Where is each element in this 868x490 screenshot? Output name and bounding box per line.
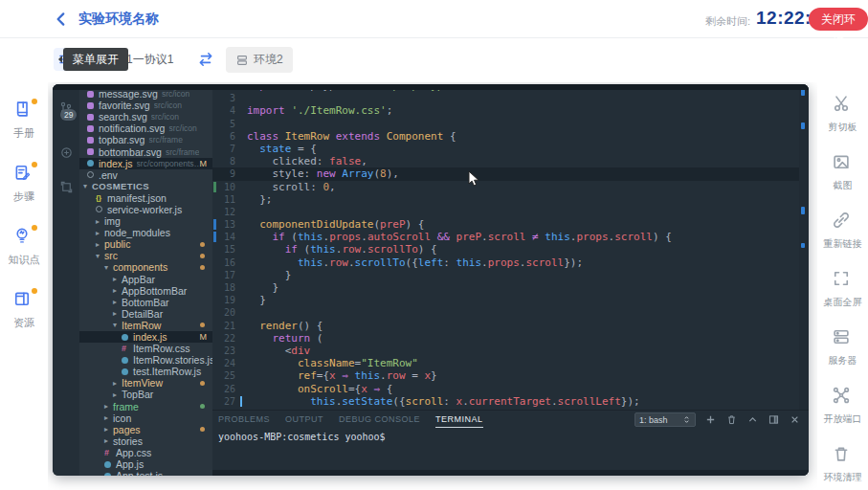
- sidebar-item-手册[interactable]: 手册: [12, 100, 35, 141]
- panel-tab-output[interactable]: OUTPUT: [285, 412, 323, 428]
- code-line-13[interactable]: 13 componentDidUpdate(preP) {: [212, 218, 799, 231]
- tree-item-node_modules[interactable]: ▸node_modules: [79, 227, 212, 238]
- custom-view-icon[interactable]: [53, 172, 79, 201]
- tree-item-BottomBar[interactable]: ▸BottomBar: [79, 297, 212, 308]
- sidebar-item-重新链接[interactable]: 重新链接: [824, 211, 862, 251]
- code-line-8[interactable]: 8 clicked: false,: [212, 155, 799, 167]
- svg-file-icon: [87, 125, 99, 132]
- sidebar-item-截图[interactable]: 截图: [832, 152, 855, 192]
- code-line-3[interactable]: 3: [212, 92, 799, 104]
- panel-tab-problems[interactable]: PROBLEMS: [218, 412, 270, 428]
- chevron-right-icon: ▸: [104, 402, 113, 411]
- tree-item-components[interactable]: ▾components: [79, 261, 212, 273]
- tree-item-search.svg[interactable]: search.svgsrc/icon: [79, 111, 212, 122]
- tree-item-ItemRow.stories.js[interactable]: ItemRow.stories.js: [79, 354, 212, 366]
- tree-item-DetailBar[interactable]: ▸DetailBar: [79, 308, 212, 320]
- tree-item-service-worker.js[interactable]: service-worker.js: [79, 204, 212, 215]
- tree-item-src[interactable]: ▾src: [79, 250, 212, 261]
- tab-environment-2[interactable]: 环境2: [226, 47, 293, 73]
- tree-item-AppBottomBar[interactable]: ▸AppBottomBar: [79, 285, 212, 297]
- line-number: 24: [212, 357, 235, 369]
- code-line-7[interactable]: 7 state = {: [212, 143, 799, 155]
- tree-item-ItemRow.css[interactable]: #ItemRow.css: [79, 343, 212, 354]
- code-line-14[interactable]: 14 if (this.props.autoScroll && preP.scr…: [212, 231, 799, 243]
- tree-item-ItemView[interactable]: ▸ItemView: [79, 377, 212, 389]
- code-line-15[interactable]: 15 if (this.row.scrollTo) {: [212, 243, 799, 256]
- tree-item-AppBar[interactable]: ▸AppBar: [79, 274, 212, 285]
- tree-item-ItemRow[interactable]: ▾ItemRow: [79, 320, 212, 331]
- swap-icon[interactable]: [197, 51, 214, 68]
- tree-item-App.css[interactable]: #App.css: [79, 447, 212, 458]
- sidebar-item-剪切板[interactable]: 剪切板: [829, 94, 857, 134]
- line-number: 4: [212, 104, 235, 117]
- code-line-6[interactable]: 6class ItemRow extends Component {: [212, 130, 799, 143]
- tree-item-manifest.json[interactable]: {}manifest.json: [79, 192, 212, 204]
- overview-ruler[interactable]: [799, 84, 809, 410]
- code-line-24[interactable]: 24 className="ItemRow": [212, 357, 799, 369]
- tree-item-pages[interactable]: ▸pages: [79, 424, 212, 435]
- tree-item-img[interactable]: ▸img: [79, 215, 212, 227]
- file-explorer[interactable]: message.svgsrc/iconfavorite.svgsrc/icons…: [79, 84, 212, 476]
- left-sidebar: 手册 步骤 知识点 资源: [0, 82, 48, 490]
- code-line-18[interactable]: 18 }: [212, 281, 799, 294]
- sidebar-item-知识点[interactable]: 知识点: [9, 226, 40, 267]
- code-line-5[interactable]: 5: [212, 118, 799, 130]
- panel-tab-terminal[interactable]: TERMINAL: [435, 412, 483, 428]
- code-line-11[interactable]: 11 };: [212, 193, 799, 206]
- back-icon[interactable]: [53, 11, 70, 28]
- code-line-26[interactable]: 26 onScroll={x ⇒ {: [212, 383, 799, 395]
- extensions-icon[interactable]: [53, 138, 79, 167]
- sidebar-item-资源[interactable]: 资源: [12, 289, 35, 330]
- tree-item-test.ItemRow.js[interactable]: test.ItemRow.js: [79, 366, 212, 377]
- tree-item-stories[interactable]: ▸stories: [79, 435, 212, 447]
- code-line-25[interactable]: 25 ref={x ⇒ this.row = x}: [212, 369, 799, 382]
- panel-tab-debug-console[interactable]: DEBUG CONSOLE: [339, 412, 420, 428]
- sidebar-item-步骤[interactable]: 步骤: [12, 163, 35, 204]
- sidebar-item-服务器[interactable]: 服务器: [829, 327, 857, 368]
- new-terminal-icon[interactable]: [704, 413, 717, 426]
- code-line-22[interactable]: 22 return (: [212, 332, 799, 345]
- code-line-10[interactable]: 10 scroll: 0,: [212, 181, 799, 193]
- tree-item-App.js[interactable]: App.js: [79, 458, 212, 470]
- code-editor-area[interactable]: 2import PropTypes from 'prop-types';34im…: [212, 84, 799, 410]
- split-terminal-icon[interactable]: [768, 413, 780, 426]
- code-line-12[interactable]: 12: [212, 206, 799, 218]
- code-line-23[interactable]: 23 <div: [212, 345, 799, 357]
- maximize-panel-icon[interactable]: [746, 413, 759, 426]
- close-panel-icon[interactable]: [789, 413, 801, 426]
- sidebar-item-开放端口[interactable]: 开放端口: [824, 386, 862, 426]
- tree-item-bottombar.svg[interactable]: bottombar.svgsrc/frame: [79, 145, 212, 157]
- tree-item-topbar.svg[interactable]: topbar.svgsrc/frame: [79, 134, 212, 145]
- tree-item-TopBar[interactable]: ▸TopBar: [79, 389, 212, 400]
- shell-select[interactable]: 1: bash: [634, 412, 696, 427]
- tree-section-COSMETICS[interactable]: ▾COSMETICS: [79, 181, 212, 192]
- tree-item-icon[interactable]: ▸icon: [79, 412, 212, 424]
- code-line-16[interactable]: 16 this.row.scrollTo({left: this.props.s…: [212, 256, 799, 269]
- code-line-20[interactable]: 20: [212, 306, 799, 319]
- tree-item-label: .env: [99, 169, 118, 181]
- code-line-19[interactable]: 19 }: [212, 294, 799, 306]
- code-text: };: [247, 193, 273, 206]
- code-line-17[interactable]: 17 }: [212, 269, 799, 281]
- code-line-21[interactable]: 21 render() {: [212, 320, 799, 332]
- tree-item-notification.svg[interactable]: notification.svgsrc/icon: [79, 122, 212, 134]
- vscode-editor-window[interactable]: 29 message.svgsrc/iconfavorite.svgsrc/ic…: [53, 84, 809, 476]
- tree-item-.env[interactable]: .env: [79, 169, 212, 181]
- ruler-mark: [801, 122, 805, 129]
- tree-item-frame[interactable]: ▸frame: [79, 401, 212, 412]
- code-line-9[interactable]: 9 style: new Array(8),: [212, 167, 799, 180]
- tree-item-label: img: [104, 215, 121, 227]
- js-file-icon: [104, 461, 116, 468]
- tree-item-public[interactable]: ▸public: [79, 238, 212, 250]
- tree-item-favorite.svg[interactable]: favorite.svgsrc/icon: [79, 100, 212, 111]
- code-line-4[interactable]: 4import './ItemRow.css';: [212, 104, 799, 117]
- kill-terminal-icon[interactable]: [725, 413, 738, 426]
- tree-item-index.js[interactable]: index.jsM: [79, 331, 212, 343]
- sidebar-item-桌面全屏[interactable]: 桌面全屏: [824, 269, 862, 309]
- tree-item-index.js[interactable]: index.jssrc/components…M: [79, 158, 212, 169]
- sidebar-item-环境清理[interactable]: 环境清理: [824, 444, 862, 484]
- terminal-prompt[interactable]: yoohoos-MBP:cosmetics yoohoo$: [218, 432, 386, 442]
- close-environment-button[interactable]: 关闭环境: [809, 8, 868, 31]
- tree-item-App.test.js[interactable]: App.test.js: [79, 470, 212, 476]
- code-line-27[interactable]: 27 this.setState({scroll: x.currentTarge…: [212, 395, 799, 408]
